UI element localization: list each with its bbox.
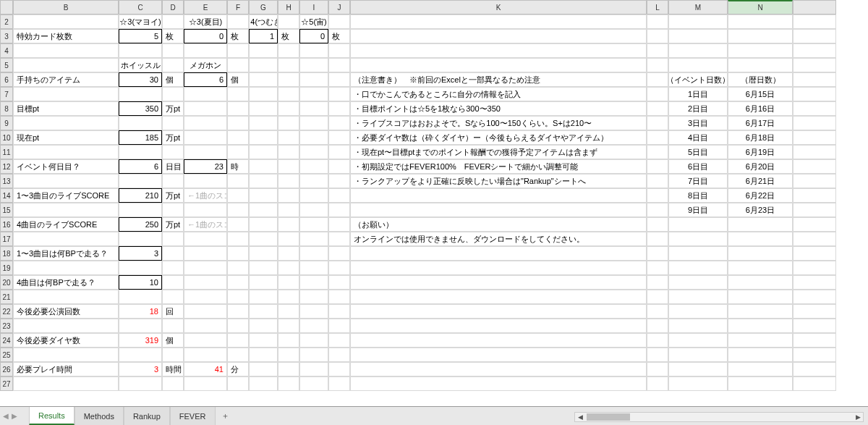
empty-cell[interactable]	[647, 232, 668, 246]
empty-cell[interactable]	[227, 130, 249, 145]
empty-cell[interactable]	[13, 58, 119, 72]
scroll-thumb[interactable]	[587, 413, 630, 421]
empty-cell[interactable]	[793, 217, 836, 232]
empty-cell[interactable]	[184, 261, 227, 275]
empty-cell[interactable]	[793, 203, 836, 217]
star3b-input[interactable]: 0	[184, 29, 227, 43]
empty-cell[interactable]	[13, 43, 119, 58]
empty-cell[interactable]	[328, 87, 350, 101]
col-header-B[interactable]: B	[13, 0, 119, 14]
empty-cell[interactable]	[227, 232, 249, 246]
empty-cell[interactable]	[328, 159, 350, 174]
tab-fever[interactable]: FEVER	[170, 407, 216, 425]
empty-cell[interactable]	[162, 290, 184, 304]
empty-cell[interactable]	[278, 101, 299, 116]
empty-cell[interactable]	[299, 232, 328, 246]
empty-cell[interactable]	[328, 58, 350, 72]
empty-cell[interactable]	[728, 348, 793, 362]
empty-cell[interactable]	[278, 290, 299, 304]
empty-cell[interactable]	[299, 159, 328, 174]
empty-cell[interactable]	[249, 72, 278, 87]
empty-cell[interactable]	[350, 304, 647, 319]
empty-cell[interactable]	[299, 246, 328, 261]
row-header-15[interactable]: 15	[0, 203, 13, 217]
horizontal-scrollbar[interactable]: ◀ ▶	[574, 412, 864, 422]
col-header-E[interactable]: E	[184, 0, 227, 14]
empty-cell[interactable]	[299, 275, 328, 290]
empty-cell[interactable]	[119, 290, 162, 304]
empty-cell[interactable]	[647, 376, 668, 391]
empty-cell[interactable]	[278, 72, 299, 87]
empty-cell[interactable]	[299, 130, 328, 145]
empty-cell[interactable]	[328, 203, 350, 217]
empty-cell[interactable]	[227, 261, 249, 275]
empty-cell[interactable]	[647, 203, 668, 217]
empty-cell[interactable]	[668, 275, 728, 290]
row-header-6[interactable]: 6	[0, 72, 13, 87]
row-header-7[interactable]: 7	[0, 87, 13, 101]
empty-cell[interactable]	[728, 232, 793, 246]
col-header-F[interactable]: F	[227, 0, 249, 14]
star4-input[interactable]: 1	[249, 29, 278, 43]
empty-cell[interactable]	[728, 261, 793, 275]
empty-cell[interactable]	[793, 130, 836, 145]
empty-cell[interactable]	[328, 290, 350, 304]
empty-cell[interactable]	[668, 348, 728, 362]
empty-cell[interactable]	[793, 319, 836, 333]
empty-cell[interactable]	[647, 217, 668, 232]
empty-cell[interactable]	[299, 362, 328, 376]
empty-cell[interactable]	[119, 232, 162, 246]
empty-cell[interactable]	[13, 174, 119, 188]
row-header-13[interactable]: 13	[0, 174, 13, 188]
empty-cell[interactable]	[119, 145, 162, 159]
empty-cell[interactable]	[350, 362, 647, 376]
empty-cell[interactable]	[227, 87, 249, 101]
empty-cell[interactable]	[299, 261, 328, 275]
empty-cell[interactable]	[119, 319, 162, 333]
empty-cell[interactable]	[227, 304, 249, 319]
empty-cell[interactable]	[793, 101, 836, 116]
empty-cell[interactable]	[119, 116, 162, 130]
empty-cell[interactable]	[227, 116, 249, 130]
empty-cell[interactable]	[227, 14, 249, 29]
col-header-K[interactable]: K	[350, 0, 647, 14]
empty-cell[interactable]	[184, 43, 227, 58]
empty-cell[interactable]	[793, 145, 836, 159]
empty-cell[interactable]	[249, 290, 278, 304]
empty-cell[interactable]	[162, 232, 184, 246]
empty-cell[interactable]	[278, 304, 299, 319]
col-header-M[interactable]: M	[668, 0, 728, 14]
row-header-25[interactable]: 25	[0, 348, 13, 362]
bp4-input[interactable]: 10	[119, 275, 162, 290]
empty-cell[interactable]	[162, 319, 184, 333]
empty-cell[interactable]	[668, 261, 728, 275]
empty-cell[interactable]	[350, 261, 647, 275]
row-header-18[interactable]: 18	[0, 246, 13, 261]
empty-cell[interactable]	[249, 217, 278, 232]
empty-cell[interactable]	[668, 304, 728, 319]
empty-cell[interactable]	[728, 58, 793, 72]
empty-cell[interactable]	[647, 43, 668, 58]
empty-cell[interactable]	[162, 174, 184, 188]
row-header-17[interactable]: 17	[0, 232, 13, 246]
empty-cell[interactable]	[647, 58, 668, 72]
empty-cell[interactable]	[278, 58, 299, 72]
empty-cell[interactable]	[299, 116, 328, 130]
empty-cell[interactable]	[299, 188, 328, 203]
empty-cell[interactable]	[278, 203, 299, 217]
row-header-3[interactable]: 3	[0, 29, 13, 43]
empty-cell[interactable]	[668, 246, 728, 261]
tab-results[interactable]: Results	[29, 407, 75, 425]
empty-cell[interactable]	[249, 362, 278, 376]
empty-cell[interactable]	[328, 14, 350, 29]
empty-cell[interactable]	[184, 101, 227, 116]
empty-cell[interactable]	[249, 101, 278, 116]
empty-cell[interactable]	[668, 290, 728, 304]
empty-cell[interactable]	[350, 43, 647, 58]
empty-cell[interactable]	[328, 319, 350, 333]
empty-cell[interactable]	[350, 58, 647, 72]
empty-cell[interactable]	[350, 14, 647, 29]
empty-cell[interactable]	[668, 217, 728, 232]
empty-cell[interactable]	[328, 333, 350, 348]
empty-cell[interactable]	[278, 130, 299, 145]
